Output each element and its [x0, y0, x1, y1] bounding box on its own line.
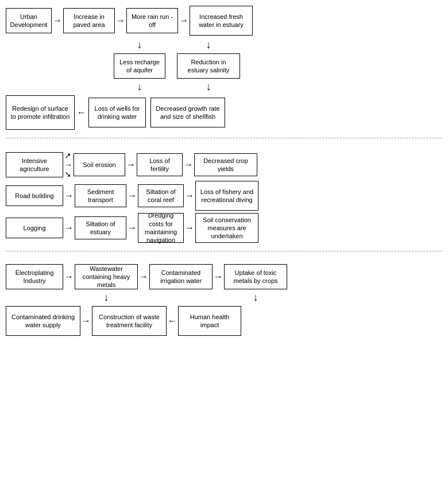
box-siltation-coral: Siltation of coral reef — [138, 184, 184, 207]
arrow-down-fresh: ↓ — [206, 39, 211, 51]
arrow-3 — [179, 16, 188, 26]
box-electroplating: Electroplating Industry — [6, 264, 63, 289]
arrow-waste-contam — [139, 272, 148, 282]
arrow-sediment-coral — [128, 191, 137, 201]
box-loss-fishery: Loss of fishery and recreational diving — [195, 181, 258, 211]
arrow-road-sediment — [64, 191, 74, 201]
arrow-soil-loss — [126, 160, 136, 170]
arrow-2 — [116, 16, 125, 26]
arrow-ag-up: ↗ — [64, 151, 72, 160]
box-dredging-costs: Dredging costs for maintaining navigatio… — [138, 213, 184, 243]
arrow-down-rain: ↓ — [137, 39, 142, 51]
box-contaminated-irrigation: Contaminated irrigation water — [149, 264, 213, 289]
box-decreased-growth: Decreased growth rate and size of shellf… — [150, 98, 225, 127]
box-road-building: Road building — [6, 185, 63, 206]
arrow-contam-uptake — [214, 272, 223, 282]
box-fresh-water: Increased fresh water in estuary — [190, 6, 253, 36]
arrow-down-wastewater: ↓ — [104, 292, 109, 304]
arrow-dredging-conservation — [185, 223, 194, 233]
arrow-coral-fishery — [185, 191, 194, 201]
box-decreased-crop: Decreased crop yields — [194, 153, 257, 176]
box-reduction-salinity: Reduction in estuary salinity — [177, 53, 240, 79]
box-less-recharge: Less recharge of aquifer — [114, 53, 165, 79]
box-loss-fertility: Loss of fertility — [137, 153, 183, 176]
box-soil-conservation: Soil conservation measures are undertake… — [195, 213, 258, 243]
box-contaminated-drinking: Contaminated drinking water supply — [6, 306, 80, 336]
section-industry: Electroplating Industry Wastewater conta… — [6, 262, 442, 342]
arrow-ag-right: → — [64, 160, 72, 169]
section-agriculture: Intensive agriculture ↗ → ↘ Soil erosion… — [6, 149, 442, 251]
box-siltation-estuary: Siltation of estuary — [75, 216, 126, 239]
arrow-siltation-dredging — [128, 223, 137, 233]
box-loss-wells: Loss of wells for drinking water — [88, 98, 146, 127]
arrow-redesign-left — [77, 107, 86, 118]
box-uptake-toxic: Uptake of toxic metals by crops — [224, 264, 287, 289]
section-urban: Urban Development Increase in paved area… — [6, 6, 442, 138]
box-intensive-ag: Intensive agriculture — [6, 152, 63, 177]
arrow-drinking-construction — [82, 316, 91, 326]
box-more-rain: More rain run - off — [126, 8, 178, 33]
box-paved-area: Increase in paved area — [63, 8, 115, 33]
box-redesign: Redesign of surface to promote infiltrat… — [6, 95, 75, 130]
arrow-health-construction — [168, 316, 177, 326]
arrow-1 — [53, 16, 62, 26]
box-logging: Logging — [6, 218, 63, 238]
arrow-fertility-crop — [184, 160, 193, 170]
arrow-down-uptake: ↓ — [253, 292, 258, 304]
box-human-health: Human health impact — [178, 306, 241, 336]
flow-diagram: Urban Development Increase in paved area… — [6, 6, 442, 342]
box-wastewater: Wastewater containing heavy metals — [75, 264, 138, 289]
arrow-down-salinity: ↓ — [206, 81, 211, 93]
box-construction-waste: Construction of waste treatment facility — [92, 306, 167, 336]
box-soil-erosion: Soil erosion — [74, 153, 125, 176]
box-urban-dev: Urban Development — [6, 8, 52, 33]
arrow-down-recharge: ↓ — [137, 81, 142, 93]
arrow-elec-waste — [64, 272, 74, 282]
box-sediment-transport: Sediment transport — [75, 184, 126, 207]
arrow-ag-down: ↘ — [64, 169, 72, 179]
arrow-logging-siltation — [64, 223, 74, 233]
